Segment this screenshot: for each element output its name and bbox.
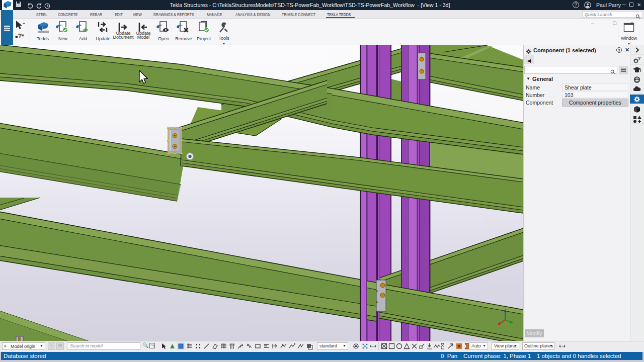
svg-text:?: ? xyxy=(638,56,641,61)
